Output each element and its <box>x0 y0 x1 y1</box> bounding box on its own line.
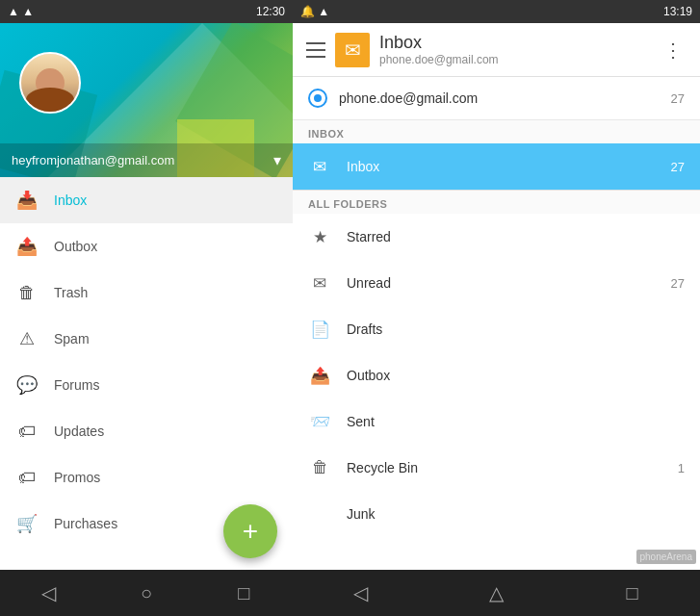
folder-label-sent: Sent <box>347 414 685 429</box>
nav-label-purchases: Purchases <box>54 516 117 531</box>
left-status-bar: ▲ ▲ 12:30 <box>0 0 293 23</box>
left-panel: ▲ ▲ 12:30 heyfromjonathan@gmail.com ▾ 📥 … <box>0 0 293 616</box>
folder-item-starred[interactable]: ★ Starred <box>293 214 700 260</box>
right-bottom-bar: ◁ △ □ <box>293 570 700 616</box>
nav-label-outbox: Outbox <box>54 239 97 254</box>
hamburger-line-3 <box>306 56 325 58</box>
folder-label-junk: Junk <box>347 506 685 522</box>
folder-label-outbox: Outbox <box>347 368 685 383</box>
folder-item-recycle-bin[interactable]: 🗑 Recycle Bin 1 <box>293 445 700 491</box>
nav-label-spam: Spam <box>54 331 90 346</box>
avatar <box>19 52 81 114</box>
hamburger-button[interactable] <box>297 31 335 69</box>
promos-icon: 🏷 <box>15 466 39 489</box>
nav-item-outbox[interactable]: 📤 Outbox <box>0 223 293 270</box>
more-options-button[interactable]: ⋮ <box>654 31 692 69</box>
nav-item-updates[interactable]: 🏷 Updates <box>0 408 293 454</box>
header-text: Inbox phone.doe@gmail.com <box>379 33 654 66</box>
inbox-header-icon: ✉ <box>335 33 370 67</box>
right-back-button[interactable]: ◁ <box>332 581 390 604</box>
nav-item-forums[interactable]: 💬 Forums <box>0 362 293 408</box>
hamburger-line-2 <box>306 49 325 51</box>
account-item[interactable]: phone.doe@gmail.com 27 <box>293 77 700 120</box>
nav-item-inbox[interactable]: 📥 Inbox <box>0 177 293 223</box>
outbox-icon: 📤 <box>15 235 39 258</box>
nav-item-promos[interactable]: 🏷 Promos <box>0 454 293 500</box>
recycle-bin-icon: 🗑 <box>308 456 331 479</box>
inbox-folder-label: Inbox <box>347 159 671 174</box>
trash-icon: 🗑 <box>15 281 39 304</box>
header-subtitle: phone.doe@gmail.com <box>379 53 654 66</box>
inbox-icon: 📥 <box>15 189 39 212</box>
starred-icon: ★ <box>308 225 331 248</box>
right-panel: 🔔 ▲ 13:19 ✉ Inbox phone.doe@gmail.com ⋮ … <box>293 0 700 616</box>
nav-label-promos: Promos <box>54 470 100 485</box>
back-button[interactable]: ◁ <box>20 581 78 604</box>
drafts-icon: 📄 <box>308 318 331 341</box>
account-selected-icon <box>308 89 327 108</box>
account-count: 27 <box>671 91 685 106</box>
hamburger-line-1 <box>306 42 325 44</box>
folder-label-recycle-bin: Recycle Bin <box>347 460 678 475</box>
nav-item-trash[interactable]: 🗑 Trash <box>0 270 293 316</box>
account-email: phone.doe@gmail.com <box>339 90 671 106</box>
right-home-button[interactable]: △ <box>468 581 526 604</box>
right-header: ✉ Inbox phone.doe@gmail.com ⋮ <box>293 23 700 77</box>
left-header: heyfromjonathan@gmail.com ▾ <box>0 23 293 177</box>
user-email: heyfromjonathan@gmail.com <box>12 153 174 167</box>
folder-label-starred: Starred <box>347 229 685 244</box>
purchases-icon: 🛒 <box>15 512 39 535</box>
updates-icon: 🏷 <box>15 420 39 443</box>
right-status-icons: 🔔 ▲ <box>300 5 329 18</box>
all-folders-label: ALL FOLDERS <box>293 190 700 214</box>
sent-icon: 📨 <box>308 410 331 433</box>
folder-count-unread: 27 <box>671 276 685 291</box>
folder-label-drafts: Drafts <box>347 321 685 337</box>
header-title: Inbox <box>379 33 654 53</box>
spam-icon: ⚠ <box>15 327 39 350</box>
nav-item-spam[interactable]: ⚠ Spam <box>0 316 293 362</box>
folder-item-inbox[interactable]: ✉ Inbox 27 <box>293 143 700 190</box>
outbox-folder-icon: 📤 <box>308 364 331 387</box>
right-time: 13:19 <box>663 5 692 18</box>
inbox-folder-count: 27 <box>671 160 685 174</box>
inbox-folder-icon: ✉ <box>308 155 331 178</box>
folder-item-unread[interactable]: ✉ Unread 27 <box>293 260 700 306</box>
left-time: 12:30 <box>256 5 285 18</box>
unread-icon: ✉ <box>308 271 331 295</box>
left-bottom-bar: ◁ ○ □ <box>0 570 293 616</box>
forums-icon: 💬 <box>15 373 39 397</box>
junk-icon <box>308 502 331 526</box>
inbox-section-label: INBOX <box>293 120 700 143</box>
nav-label-inbox: Inbox <box>54 192 87 208</box>
watermark: phoneArena <box>636 550 697 564</box>
folder-item-junk[interactable]: Junk <box>293 491 700 537</box>
compose-fab[interactable]: + <box>223 504 277 558</box>
avatar-image <box>21 54 79 112</box>
nav-label-trash: Trash <box>54 285 88 300</box>
folder-item-drafts[interactable]: 📄 Drafts <box>293 306 700 352</box>
right-recents-button[interactable]: □ <box>604 582 661 604</box>
nav-label-updates: Updates <box>54 424 104 439</box>
compose-icon: + <box>243 516 258 547</box>
folder-label-unread: Unread <box>347 275 671 291</box>
dropdown-icon[interactable]: ▾ <box>273 151 281 169</box>
left-status-icons: ▲ ▲ <box>8 5 34 18</box>
user-info[interactable]: heyfromjonathan@gmail.com ▾ <box>0 143 293 177</box>
recents-button[interactable]: □ <box>215 582 272 604</box>
folder-item-outbox[interactable]: 📤 Outbox <box>293 352 700 398</box>
home-button[interactable]: ○ <box>117 582 175 604</box>
right-status-bar: 🔔 ▲ 13:19 <box>293 0 700 23</box>
folder-item-sent[interactable]: 📨 Sent <box>293 398 700 445</box>
nav-label-forums: Forums <box>54 377 99 393</box>
folder-count-recycle-bin: 1 <box>678 461 685 475</box>
